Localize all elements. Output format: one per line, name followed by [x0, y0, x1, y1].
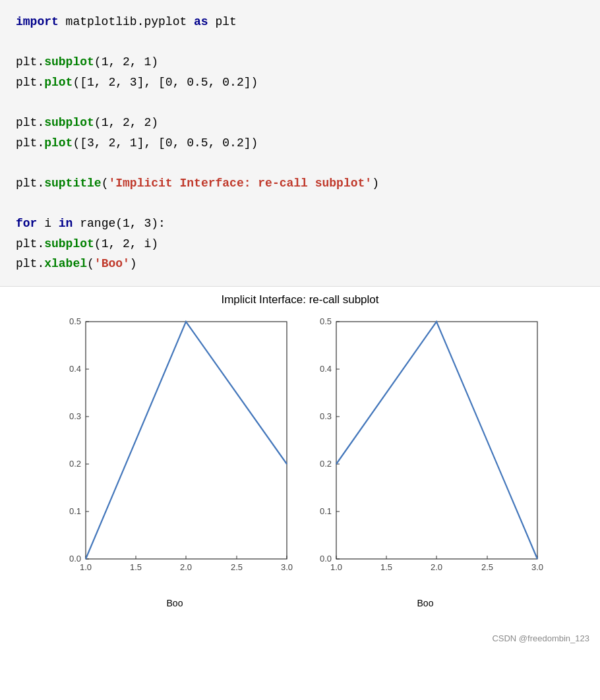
args-subplot-2: (1, 2, 2) [94, 116, 158, 129]
plt-prefix-5: plt. [16, 136, 44, 150]
svg-text:0.2: 0.2 [69, 459, 81, 469]
code-line-8: plt.subplot(1, 2, i) [16, 234, 584, 254]
str-suptitle: 'Implicit Interface: re-call subplot' [108, 177, 372, 190]
code-blank-2 [16, 92, 584, 113]
module-name: matplotlib.pyplot [59, 15, 194, 28]
svg-text:0.4: 0.4 [320, 364, 332, 374]
svg-text:3.0: 3.0 [531, 562, 543, 572]
plt-prefix-3: plt. [16, 76, 44, 89]
svg-rect-0 [86, 322, 287, 559]
str-boo: 'Boo' [94, 257, 130, 270]
alias-plt: plt [208, 15, 237, 28]
fn-subplot-3: subplot [44, 237, 94, 250]
code-line-9: plt.xlabel('Boo') [16, 254, 584, 274]
subplot-2-xlabel: Boo [417, 598, 434, 608]
subplot-1-container: 0.0 0.1 0.2 0.3 0.4 0.5 [49, 312, 300, 608]
svg-text:0.5: 0.5 [69, 316, 81, 326]
svg-text:2.0: 2.0 [180, 562, 192, 572]
fn-plot-2: plot [44, 136, 73, 150]
svg-text:0.1: 0.1 [69, 506, 81, 516]
plt-prefix-6: plt. [16, 177, 44, 190]
code-line-2: plt.subplot(1, 2, 1) [16, 52, 584, 73]
fn-suptitle: suptitle [44, 177, 101, 190]
args-plot-1: ([1, 2, 3], [0, 0.5, 0.2]) [73, 76, 258, 89]
code-line-5: plt.plot([3, 2, 1], [0, 0.5, 0.2]) [16, 133, 584, 154]
svg-text:1.0: 1.0 [330, 562, 342, 572]
svg-text:0.3: 0.3 [69, 411, 81, 421]
chart-title: Implicit Interface: re-call subplot [221, 293, 378, 306]
keyword-in: in [59, 217, 73, 230]
code-line-1: import matplotlib.pyplot as plt [16, 12, 584, 32]
code-line-6: plt.suptitle('Implicit Interface: re-cal… [16, 173, 584, 194]
code-line-3: plt.plot([1, 2, 3], [0, 0.5, 0.2]) [16, 73, 584, 93]
code-block: import matplotlib.pyplot as plt plt.subp… [0, 0, 600, 287]
plt-prefix-2: plt. [16, 55, 44, 69]
svg-text:2.5: 2.5 [231, 562, 243, 572]
code-blank-1 [16, 32, 584, 53]
svg-text:0.4: 0.4 [69, 364, 81, 374]
plt-prefix-8: plt. [16, 237, 44, 250]
svg-text:3.0: 3.0 [281, 562, 293, 572]
svg-rect-23 [336, 322, 537, 559]
subplot-2-svg: 0.0 0.1 0.2 0.3 0.4 0.5 [300, 312, 551, 595]
keyword-import: import [16, 15, 59, 28]
args-plot-2: ([3, 2, 1], [0, 0.5, 0.2]) [73, 136, 258, 150]
subplot-2-container: 0.0 0.1 0.2 0.3 0.4 0.5 [300, 312, 551, 608]
fn-xlabel: xlabel [44, 257, 87, 270]
svg-text:1.0: 1.0 [80, 562, 92, 572]
svg-text:2.0: 2.0 [431, 562, 442, 572]
paren-close-9: ) [130, 257, 137, 270]
fn-subplot-1: subplot [44, 55, 94, 69]
paren-open-6: ( [102, 177, 109, 190]
code-blank-4 [16, 193, 584, 214]
fn-subplot-2: subplot [44, 116, 94, 129]
svg-text:2.5: 2.5 [481, 562, 493, 572]
charts-row: 0.0 0.1 0.2 0.3 0.4 0.5 [49, 312, 551, 608]
range-call: range(1, 3): [73, 217, 165, 230]
code-blank-3 [16, 153, 584, 173]
svg-text:1.5: 1.5 [130, 562, 142, 572]
svg-text:1.5: 1.5 [380, 562, 392, 572]
subplot-1-xlabel: Boo [167, 598, 183, 608]
svg-text:0.2: 0.2 [320, 459, 332, 469]
keyword-for: for [16, 217, 37, 230]
var-i: i [37, 217, 58, 230]
watermark: CSDN @freedombin_123 [0, 628, 600, 643]
svg-text:0.1: 0.1 [320, 506, 332, 516]
keyword-as: as [194, 15, 208, 28]
code-line-4: plt.subplot(1, 2, 2) [16, 113, 584, 133]
args-subplot-3: (1, 2, i) [94, 237, 158, 250]
paren-open-9: ( [87, 257, 94, 270]
args-subplot-1: (1, 2, 1) [94, 55, 158, 69]
code-line-7: for i in range(1, 3): [16, 214, 584, 234]
subplot-1-svg: 0.0 0.1 0.2 0.3 0.4 0.5 [49, 312, 300, 595]
svg-text:0.5: 0.5 [320, 316, 332, 326]
paren-close-6: ) [372, 177, 379, 190]
plt-prefix-9: plt. [16, 257, 44, 270]
plt-prefix-4: plt. [16, 116, 44, 129]
svg-text:0.3: 0.3 [320, 411, 332, 421]
chart-area: Implicit Interface: re-call subplot 0.0 … [0, 287, 600, 628]
fn-plot-1: plot [44, 76, 73, 89]
